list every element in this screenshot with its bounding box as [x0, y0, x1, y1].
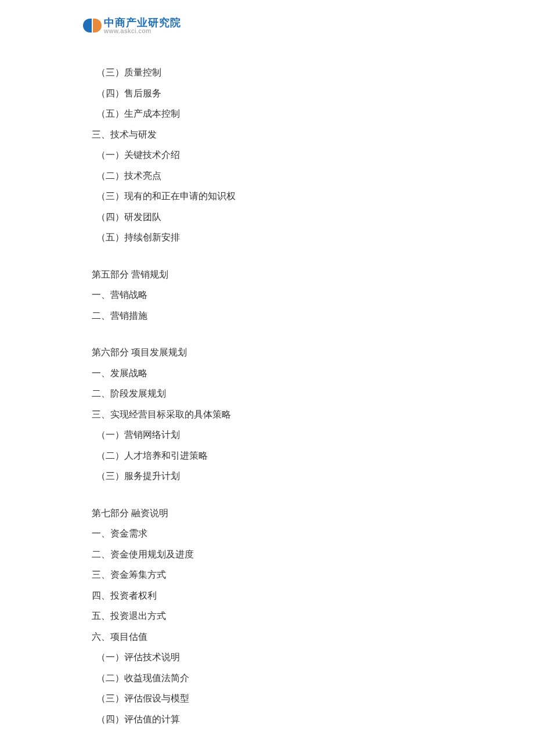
- logo-title: 中商产业研究院: [104, 17, 181, 28]
- toc-item: （一）评估技术说明: [92, 650, 452, 664]
- logo-url: www.askci.com: [104, 28, 181, 34]
- toc-item: 二、营销措施: [92, 309, 452, 323]
- toc-item: （五）持续创新安排: [92, 231, 452, 244]
- toc-section-heading: 第六部分 项目发展规划: [92, 345, 452, 359]
- logo-text: 中商产业研究院 www.askci.com: [104, 17, 181, 34]
- toc-item: 三、实现经营目标采取的具体策略: [92, 408, 452, 422]
- toc-item: 二、资金使用规划及进度: [92, 548, 452, 561]
- toc-item: （三）质量控制: [92, 66, 452, 80]
- toc-section-heading: 第五部分 营销规划: [92, 268, 452, 282]
- toc-item: 一、发展战略: [92, 366, 452, 380]
- toc-item: （二）收益现值法简介: [92, 671, 452, 685]
- toc-item: 二、阶段发展规划: [92, 387, 452, 401]
- toc-item: （三）现有的和正在申请的知识权: [92, 189, 452, 203]
- toc-item: 五、投资退出方式: [92, 609, 452, 623]
- toc-item: （三）评估假设与模型: [92, 692, 452, 705]
- toc-item: 三、技术与研发: [92, 128, 452, 142]
- toc-item: （四）评估值的计算: [92, 712, 452, 726]
- toc-item: （四）售后服务: [92, 87, 452, 100]
- toc-item: （三）服务提升计划: [92, 469, 452, 483]
- toc-item: （二）技术亮点: [92, 169, 452, 183]
- logo-icon: [83, 16, 102, 35]
- toc-item: （五）生产成本控制: [92, 107, 452, 121]
- toc-item: 三、资金筹集方式: [92, 568, 452, 582]
- toc-item: 六、项目估值: [92, 630, 452, 644]
- toc-item: 四、投资者权利: [92, 589, 452, 603]
- toc-item: 一、资金需求: [92, 527, 452, 541]
- toc-item: （一）关键技术介绍: [92, 148, 452, 162]
- toc-item: 一、营销战略: [92, 288, 452, 302]
- header-logo: 中商产业研究院 www.askci.com: [83, 16, 181, 35]
- toc-item: （一）营销网络计划: [92, 428, 452, 442]
- toc-content: （三）质量控制 （四）售后服务 （五）生产成本控制 三、技术与研发 （一）关键技…: [92, 66, 452, 733]
- toc-item: （二）人才培养和引进策略: [92, 449, 452, 463]
- toc-item: （四）研发团队: [92, 210, 452, 224]
- toc-section-heading: 第七部分 融资说明: [92, 506, 452, 520]
